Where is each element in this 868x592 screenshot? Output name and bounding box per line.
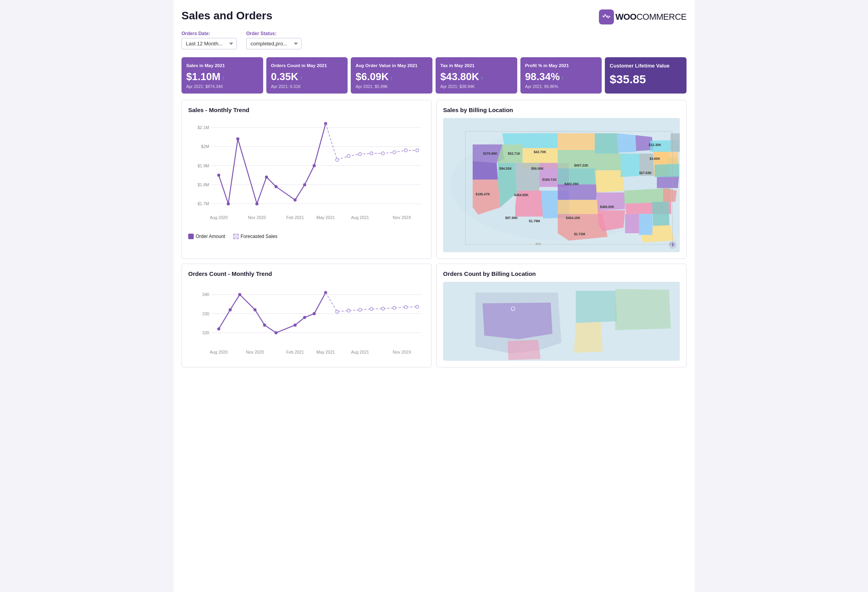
kpi-avg-order: Avg Order Value in May 2021 $6.09K↑ Apr …: [351, 57, 432, 94]
orders-trend-title: Orders Count - Monthly Trend: [188, 270, 425, 277]
woocommerce-logo: WOOCOMMERCE: [599, 9, 687, 24]
woo-text: WOOCOMMERCE: [615, 12, 687, 22]
kpi-tax-value: $43.80K↑: [440, 71, 513, 82]
svg-text:$27.63K: $27.63K: [639, 170, 652, 174]
kpi-orders-count-label: Orders Count in May 2021: [271, 63, 343, 69]
legend-order-icon: [188, 234, 194, 239]
legend-order-label: Order Amount: [196, 234, 225, 239]
svg-text:Nov 202X: Nov 202X: [393, 350, 412, 354]
svg-point-86: [404, 305, 408, 309]
charts-grid: Sales - Monthly Trend $2.1M $2M $1.9M $1…: [181, 100, 687, 367]
orders-trend-chart: 340 330 320 Aug 2020 Nov 2020 Feb 2021 M…: [188, 282, 425, 353]
svg-point-19: [236, 137, 239, 141]
kpi-row: Sales in May 2021 $1.10M↑ Apr 2021: $874…: [181, 57, 687, 94]
kpi-clv-label: Customer Lifetime Value: [610, 63, 682, 69]
svg-text:$87.99K: $87.99K: [505, 216, 518, 220]
svg-text:$2.1M: $2.1M: [198, 125, 210, 129]
svg-point-89: [511, 307, 515, 310]
svg-point-78: [312, 312, 316, 315]
order-status-filter: Order Status: completed,pro...: [246, 31, 301, 49]
map-info-button[interactable]: ℹ: [669, 241, 677, 249]
kpi-tax-label: Tax in May 2021: [440, 63, 513, 69]
kpi-clv-value: $35.85: [610, 73, 682, 86]
svg-text:Aug 2021: Aug 2021: [351, 350, 369, 354]
sales-trend-chart: $2.1M $2M $1.9M $1.8M $1.7M Aug 2020 Nov…: [188, 118, 425, 239]
kpi-avg-prev: Apr 2021: $5.99K: [355, 84, 428, 89]
svg-point-28: [347, 154, 350, 157]
svg-point-29: [359, 152, 362, 155]
kpi-profit-label: Profit % in May 2021: [525, 63, 597, 69]
svg-point-30: [370, 152, 373, 155]
svg-text:$378.98K: $378.98K: [483, 152, 498, 155]
svg-point-27: [336, 158, 339, 161]
kpi-orders-count-value: 0.35K↑: [271, 71, 343, 82]
svg-point-71: [229, 308, 232, 311]
kpi-tax-prev: Apr 2021: $38.94K: [440, 84, 513, 89]
svg-text:$195.47K: $195.47K: [476, 192, 490, 196]
orders-billing-title: Orders Count by Billing Location: [443, 270, 680, 277]
svg-point-75: [275, 331, 278, 334]
kpi-tax: Tax in May 2021 $43.80K↑ Apr 2021: $38.9…: [436, 57, 517, 94]
kpi-sales-label: Sales in May 2021: [186, 63, 258, 69]
svg-point-74: [263, 323, 266, 326]
kpi-orders-count-prev: Apr 2021: 0.31K: [271, 84, 343, 89]
svg-text:$56.06K: $56.06K: [531, 166, 544, 170]
order-status-label: Order Status:: [246, 31, 301, 36]
us-map-svg: $378.98K $52.71K $42.70K $94.53K $56.06K…: [443, 118, 680, 252]
sales-trend-svg: $2.1M $2M $1.9M $1.8M $1.7M Aug 2020 Nov…: [188, 118, 425, 229]
kpi-sales: Sales in May 2021 $1.10M↑ Apr 2021: $874…: [181, 57, 263, 94]
svg-text:May 2021: May 2021: [316, 350, 335, 354]
svg-point-17: [217, 173, 221, 176]
svg-point-87: [416, 305, 419, 308]
orders-date-label: Orders Date:: [181, 31, 237, 36]
page-header: Sales and Orders WOOCOMMERCE: [181, 9, 687, 24]
svg-point-80: [336, 310, 339, 313]
svg-point-25: [312, 164, 316, 167]
page-wrapper: Sales and Orders WOOCOMMERCE Orders Date…: [174, 0, 694, 592]
svg-text:Nov 202X: Nov 202X: [393, 215, 412, 220]
svg-text:Nov 2020: Nov 2020: [248, 215, 266, 220]
svg-point-84: [382, 307, 385, 310]
sales-trend-legend: Order Amount Forecasted Sales: [188, 234, 425, 239]
us-map: $378.98K $52.71K $42.70K $94.53K $56.06K…: [443, 118, 680, 252]
svg-text:$3.60K: $3.60K: [649, 157, 660, 161]
svg-text:$402.26K: $402.26K: [565, 182, 579, 186]
kpi-avg-order-label: Avg Order Value in May 2021: [355, 63, 428, 69]
svg-text:$454.55K: $454.55K: [514, 193, 529, 197]
order-status-select[interactable]: completed,pro...: [246, 38, 301, 49]
sales-billing-title: Sales by Billing Location: [443, 107, 680, 113]
woo-icon-box: [599, 9, 614, 24]
orders-date-filter: Orders Date: Last 12 Month...: [181, 31, 237, 49]
svg-text:320: 320: [202, 330, 209, 335]
svg-text:MX: MX: [535, 242, 541, 245]
kpi-orders-count: Orders Count in May 2021 0.35K↑ Apr 2021…: [266, 57, 348, 94]
svg-point-22: [275, 185, 278, 188]
kpi-profit: Profit % in May 2021 98.34%↑ Apr 2021: 9…: [520, 57, 602, 94]
svg-text:$1.7M: $1.7M: [198, 201, 210, 206]
svg-point-21: [265, 175, 268, 178]
svg-text:Aug 2020: Aug 2020: [210, 350, 228, 354]
svg-text:$1.79M: $1.79M: [529, 219, 540, 223]
svg-point-83: [370, 307, 373, 311]
svg-point-70: [217, 327, 221, 330]
svg-text:$1.9M: $1.9M: [198, 163, 210, 168]
svg-text:$184.71K: $184.71K: [542, 177, 557, 181]
sales-trend-title: Sales - Monthly Trend: [188, 107, 425, 113]
sales-trend-panel: Sales - Monthly Trend $2.1M $2M $1.9M $1…: [181, 100, 432, 259]
svg-text:$407.22K: $407.22K: [574, 163, 589, 167]
svg-point-33: [404, 149, 408, 152]
svg-text:$94.53K: $94.53K: [499, 166, 512, 170]
orders-date-select[interactable]: Last 12 Month...: [181, 38, 237, 49]
kpi-avg-order-value: $6.09K↑: [355, 71, 428, 82]
legend-order-amount: Order Amount: [188, 234, 225, 239]
kpi-tax-arrow: ↑: [481, 75, 483, 81]
svg-text:Feb 2021: Feb 2021: [286, 350, 304, 354]
svg-text:Nov 2020: Nov 2020: [246, 350, 264, 354]
svg-point-34: [416, 149, 419, 152]
svg-point-24: [303, 183, 306, 186]
legend-forecast: Forecasted Sales: [233, 234, 277, 239]
svg-point-77: [303, 316, 306, 319]
svg-point-72: [238, 293, 241, 296]
orders-trend-svg: 340 330 320 Aug 2020 Nov 2020 Feb 2021 M…: [188, 282, 425, 361]
svg-point-32: [393, 150, 396, 154]
